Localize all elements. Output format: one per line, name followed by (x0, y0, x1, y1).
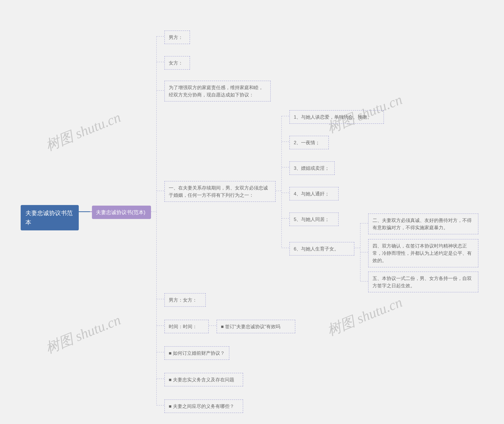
node-clause-5[interactable]: 五、本协议一式二份，男、女方各持一份，自双方签字之日起生效。 (368, 272, 479, 292)
node-item-4[interactable]: 4、与她人通奸； (290, 187, 339, 200)
node-clause-2[interactable]: 二、夫妻双方必须真诚、友好的善待对方，不得有意欺骗对方，不得实施家庭暴力。 (368, 213, 479, 234)
node-time[interactable]: 时间：时间： (164, 320, 209, 333)
node-clause-4[interactable]: 四、双方确认，在签订本协议时均精神状态正常，冷静而理性，并都认为上述约定是公平、… (368, 239, 479, 267)
watermark: 树图 shutu.cn (324, 293, 405, 340)
node-sample[interactable]: 夫妻忠诚协议书(范本) (92, 206, 151, 219)
node-item-5[interactable]: 5、与她人同居； (290, 212, 339, 226)
node-sign[interactable]: 男方：女方： (164, 293, 206, 307)
root-node[interactable]: 夫妻忠诚协议书范本 (21, 205, 79, 231)
node-valid-question[interactable]: ■ 签订"夫妻忠诚协议"有效吗 (217, 320, 295, 333)
mindmap-canvas: 树图 shutu.cn 树图 shutu.cn 树图 shutu.cn 树图 s… (0, 0, 504, 424)
node-item-1[interactable]: 1、与她人谈恋爱，单独约会、接吻。 (290, 110, 384, 124)
node-female[interactable]: 女方： (164, 56, 190, 70)
node-preamble[interactable]: 为了增强双方的家庭责任感，维持家庭和睦，经双方充分协商，现自愿达成如下协议： (164, 81, 271, 101)
node-q-prenup[interactable]: ■ 如何订立婚前财产协议？ (164, 346, 229, 360)
node-q-loyalty-duty[interactable]: ■ 夫妻忠实义务含义及存在问题 (164, 373, 243, 387)
node-clause-1[interactable]: 一、在夫妻关系存续期间，男、女双方必须忠诚于婚姻，任何一方不得有下列行为之一： (164, 181, 276, 202)
node-item-6[interactable]: 6、与她人生育子女。 (290, 242, 354, 256)
node-q-duties[interactable]: ■ 夫妻之间应尽的义务有哪些？ (164, 399, 243, 413)
node-item-2[interactable]: 2、一夜情； (290, 136, 329, 149)
watermark: 树图 shutu.cn (43, 311, 124, 358)
node-item-3[interactable]: 3、嫖娼或卖淫； (290, 161, 335, 175)
watermark: 树图 shutu.cn (43, 108, 124, 155)
node-male[interactable]: 男方： (164, 31, 190, 44)
